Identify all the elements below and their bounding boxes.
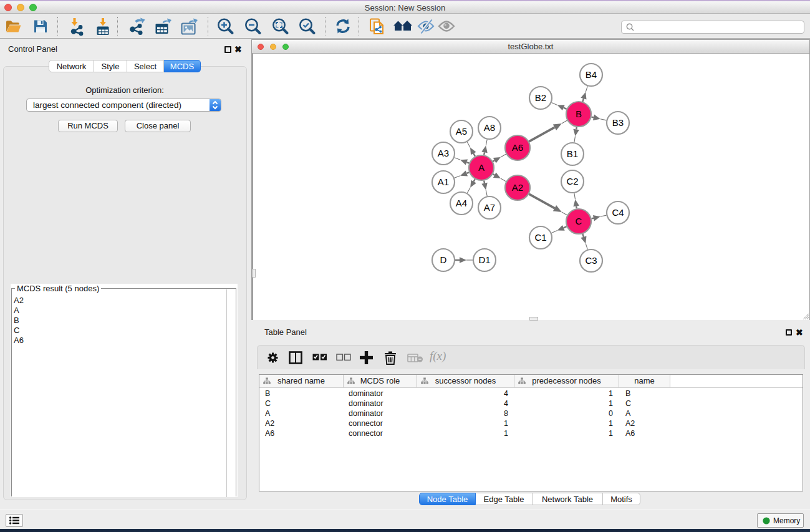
svg-text:A6: A6 (512, 142, 523, 153)
svg-text:A7: A7 (484, 202, 495, 213)
svg-text:A: A (478, 162, 485, 173)
svg-text:C3: C3 (585, 255, 597, 266)
svg-text:A2: A2 (512, 182, 523, 193)
svg-text:A8: A8 (484, 122, 495, 133)
svg-text:A1: A1 (438, 177, 449, 187)
svg-text:A4: A4 (456, 198, 467, 208)
svg-text:B1: B1 (567, 148, 578, 159)
svg-text:B2: B2 (535, 92, 546, 103)
svg-text:C2: C2 (566, 176, 578, 186)
svg-text:B4: B4 (586, 69, 597, 80)
svg-text:B: B (576, 109, 582, 119)
svg-text:D1: D1 (478, 254, 490, 265)
svg-text:B3: B3 (612, 117, 624, 128)
svg-text:C: C (576, 216, 582, 226)
svg-text:A5: A5 (456, 126, 467, 137)
svg-text:C4: C4 (612, 207, 624, 218)
svg-text:A3: A3 (438, 148, 449, 158)
svg-text:C1: C1 (534, 232, 546, 243)
svg-text:D: D (440, 254, 447, 265)
